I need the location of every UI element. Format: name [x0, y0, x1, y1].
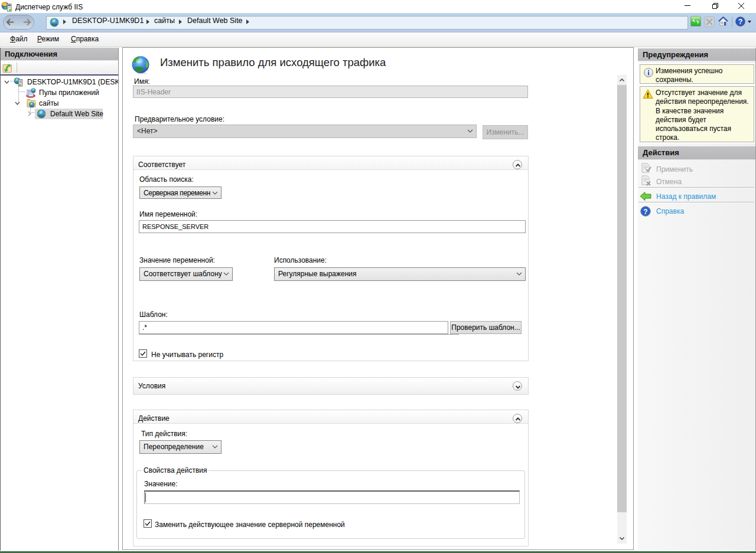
- svg-text:?: ?: [643, 208, 647, 216]
- svg-text:?: ?: [738, 18, 743, 26]
